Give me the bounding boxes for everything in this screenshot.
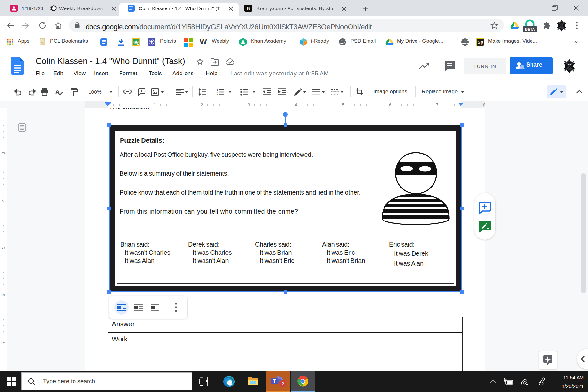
- svg-text:B: B: [246, 6, 250, 11]
- svg-text:3: 3: [217, 94, 218, 97]
